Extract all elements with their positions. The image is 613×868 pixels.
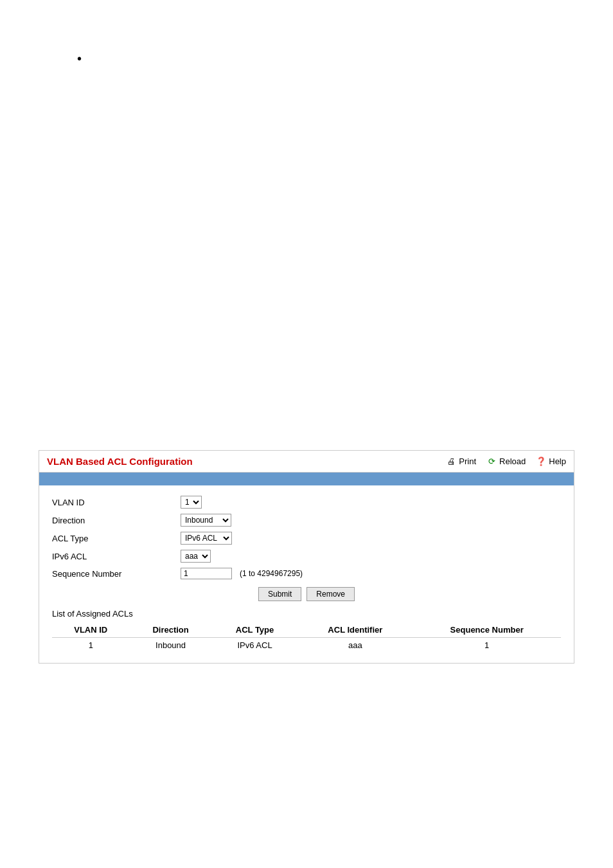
bullet-point: • <box>77 51 600 66</box>
direction-row: Direction Inbound Outbound <box>52 514 561 527</box>
print-label: Print <box>459 457 476 466</box>
acl-table: VLAN ID Direction ACL Type ACL Identifie… <box>52 622 561 653</box>
table-header-row: VLAN ID Direction ACL Type ACL Identifie… <box>52 622 561 638</box>
reload-action[interactable]: ⟳ Reload <box>486 457 526 467</box>
page-wrapper: • VLAN Based ACL Configuration 🖨 Print ⟳… <box>0 0 613 868</box>
acl-type-label: ACL Type <box>52 534 181 543</box>
help-label: Help <box>549 457 566 466</box>
reload-icon: ⟳ <box>486 457 497 467</box>
sequence-number-label: Sequence Number <box>52 569 181 579</box>
config-body: VLAN ID 1 Direction Inbound Outbound <box>39 485 574 663</box>
acl-type-control: IPv6 ACL IP ACL MAC ACL <box>181 532 232 545</box>
cell-vlan-id: 1 <box>52 638 129 653</box>
config-header: VLAN Based ACL Configuration 🖨 Print ⟳ R… <box>39 451 574 473</box>
vlan-id-control: 1 <box>181 496 202 509</box>
direction-select[interactable]: Inbound Outbound <box>181 514 231 527</box>
cell-acl-type: IPv6 ACL <box>212 638 298 653</box>
col-acl-identifier: ACL Identifier <box>298 622 413 638</box>
ipv6-acl-row: IPv6 ACL aaa <box>52 550 561 563</box>
cell-direction: Inbound <box>129 638 211 653</box>
direction-control: Inbound Outbound <box>181 514 231 527</box>
direction-label: Direction <box>52 516 181 525</box>
ipv6-acl-label: IPv6 ACL <box>52 552 181 561</box>
print-icon: 🖨 <box>446 457 456 467</box>
panel-title: VLAN Based ACL Configuration <box>47 456 193 467</box>
reload-label: Reload <box>499 457 526 466</box>
table-row: 1InboundIPv6 ACLaaa1 <box>52 638 561 653</box>
acl-type-row: ACL Type IPv6 ACL IP ACL MAC ACL <box>52 532 561 545</box>
col-acl-type: ACL Type <box>212 622 298 638</box>
vlan-id-label: VLAN ID <box>52 498 181 507</box>
vlan-id-select[interactable]: 1 <box>181 496 202 509</box>
blue-bar <box>39 473 574 485</box>
button-row: Submit Remove <box>52 587 561 601</box>
col-sequence-number: Sequence Number <box>413 622 561 638</box>
sequence-number-input[interactable] <box>181 568 232 579</box>
cell-sequence-number: 1 <box>413 638 561 653</box>
sequence-number-control: (1 to 4294967295) <box>181 568 303 579</box>
sequence-number-row: Sequence Number (1 to 4294967295) <box>52 568 561 579</box>
ipv6-acl-select[interactable]: aaa <box>181 550 211 563</box>
print-action[interactable]: 🖨 Print <box>446 457 476 467</box>
config-panel: VLAN Based ACL Configuration 🖨 Print ⟳ R… <box>39 450 574 664</box>
col-direction: Direction <box>129 622 211 638</box>
submit-button[interactable]: Submit <box>258 587 301 601</box>
ipv6-acl-control: aaa <box>181 550 211 563</box>
vlan-id-row: VLAN ID 1 <box>52 496 561 509</box>
remove-button[interactable]: Remove <box>306 587 355 601</box>
help-action[interactable]: ❓ Help <box>536 457 566 467</box>
config-panel-wrapper: VLAN Based ACL Configuration 🖨 Print ⟳ R… <box>39 450 574 664</box>
cell-acl-identifier: aaa <box>298 638 413 653</box>
col-vlan-id: VLAN ID <box>52 622 129 638</box>
help-icon: ❓ <box>536 457 546 467</box>
acl-type-select[interactable]: IPv6 ACL IP ACL MAC ACL <box>181 532 232 545</box>
sequence-number-hint: (1 to 4294967295) <box>240 569 303 578</box>
header-actions: 🖨 Print ⟳ Reload ❓ Help <box>446 457 566 467</box>
list-section-label: List of Assigned ACLs <box>52 609 561 619</box>
